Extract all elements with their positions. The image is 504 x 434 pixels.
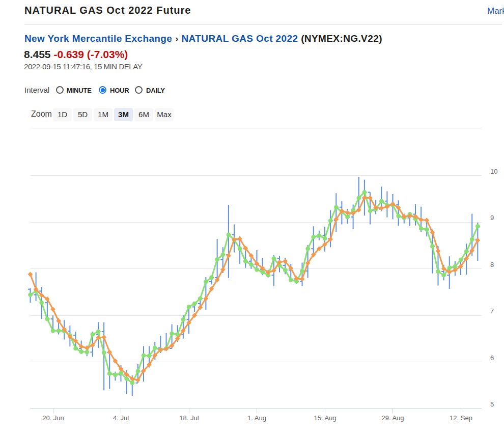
svg-text:5: 5 [490,400,494,408]
svg-text:8: 8 [490,261,494,268]
svg-text:29. Aug: 29. Aug [381,414,404,422]
svg-text:10: 10 [490,168,497,175]
svg-text:9: 9 [490,214,494,222]
svg-text:12. Sep: 12. Sep [450,414,472,422]
svg-text:6: 6 [490,354,494,362]
svg-text:18. Jul: 18. Jul [179,414,199,422]
svg-text:20. Jun: 20. Jun [42,414,64,422]
svg-text:15. Aug: 15. Aug [314,414,336,422]
svg-text:1. Aug: 1. Aug [247,414,266,422]
svg-text:7: 7 [490,307,494,315]
svg-text:4. Jul: 4. Jul [113,414,129,422]
